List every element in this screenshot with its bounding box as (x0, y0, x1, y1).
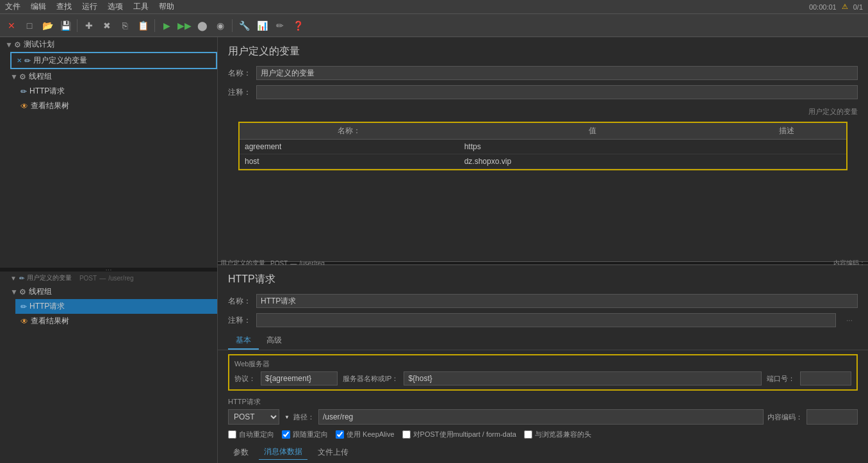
params-tab-body[interactable]: 消息体数据 (259, 444, 307, 460)
tree-item-thread-group[interactable]: ▼ ⚙ 线程组 (5, 69, 217, 84)
checkbox-redirect-label: 自动重定向 (239, 430, 274, 439)
checkbox-keepalive[interactable]: 使用 KeepAlive (336, 430, 395, 439)
toolbar-btn-close[interactable]: ✕ (4, 18, 19, 33)
more-options-icon[interactable]: ··· (841, 316, 858, 325)
lower-comment-row: 注释： ··· (218, 311, 868, 330)
checkbox-multipart-input[interactable] (402, 430, 411, 439)
checkbox-follow-input[interactable] (282, 430, 290, 439)
checkbox-keepalive-label: 使用 KeepAlive (347, 430, 395, 439)
toolbar: ✕ □ 📂 💾 ✚ ✖ ⎘ 📋 ▶ ▶▶ ⬤ ◉ 🔧 📊 ✏ ❓ (0, 14, 868, 37)
method-badge: POST (79, 275, 97, 282)
table-row[interactable]: host dz.shopxo.vip (240, 154, 846, 169)
method-select[interactable]: POST GET PUT DELETE (228, 409, 279, 425)
checkbox-browser-input[interactable] (524, 430, 532, 439)
var-name-cell: host (240, 154, 459, 169)
toolbar-btn-paste[interactable]: 📋 (135, 18, 151, 33)
test-plan-label: 测试计划 (24, 39, 54, 50)
var-desc-cell (726, 140, 846, 154)
encoding-input[interactable] (807, 409, 858, 425)
checkbox-redirect[interactable]: 自动重定向 (228, 430, 274, 439)
checkbox-follow-redirect[interactable]: 跟随重定向 (282, 430, 328, 439)
params-tab-bar: 参数 消息体数据 文件上传 (218, 442, 868, 460)
tree-item-user-vars[interactable]: ✕ ✏ 用户定义的变量 (10, 52, 217, 69)
toolbar-separator-2 (154, 19, 155, 32)
tree-test-plan[interactable]: ▼ ⚙ 测试计划 (0, 37, 217, 52)
lower-name-label: 名称： (228, 296, 251, 307)
tree-item-result-tree-2[interactable]: 👁 查看结果树 (15, 314, 217, 329)
http-request-section: HTTP请求 POST GET PUT DELETE ▼ 路径： 内容编码： (218, 394, 868, 427)
toolbar-btn-stop[interactable]: ⬤ (195, 18, 210, 33)
timer-display: 00:00:01 (809, 3, 837, 11)
toolbar-btn-shutdown[interactable]: ◉ (213, 18, 228, 33)
toolbar-btn-remove[interactable]: ✖ (99, 18, 115, 33)
toolbar-btn-tool1[interactable]: 🔧 (236, 18, 252, 33)
table-row[interactable]: agreement https (240, 140, 846, 154)
checkbox-browser-compat[interactable]: 与浏览器兼容的头 (524, 430, 591, 439)
upper-name-input[interactable] (256, 66, 858, 80)
encoding-label: 内容编码： (767, 412, 803, 422)
menu-file[interactable]: 文件 (5, 1, 20, 12)
upper-comment-input[interactable] (256, 85, 858, 99)
thread-group-label: 线程组 (29, 71, 52, 82)
upper-comment-row: 注释： (218, 83, 868, 102)
toolbar-btn-copy[interactable]: ⎘ (117, 18, 133, 33)
tree-item-result-tree[interactable]: 👁 查看结果树 (15, 99, 217, 113)
web-service-title: Web服务器 (234, 359, 851, 369)
server-input[interactable] (404, 371, 762, 386)
tab-basic[interactable]: 基本 (228, 332, 259, 350)
toolbar-btn-tool3[interactable]: ✏ (272, 18, 288, 33)
tab-advanced[interactable]: 高级 (259, 332, 290, 350)
lower-comment-input[interactable] (256, 313, 836, 327)
menu-help[interactable]: 帮助 (159, 1, 174, 12)
toolbar-btn-add[interactable]: ✚ (81, 18, 97, 33)
upper-comment-label: 注释： (228, 87, 251, 98)
params-tab-files[interactable]: 文件上传 (313, 445, 354, 460)
params-tab-params[interactable]: 参数 (228, 445, 254, 460)
lower-section-title: HTTP请求 (218, 265, 868, 291)
checkbox-keepalive-input[interactable] (336, 430, 344, 439)
protocol-input[interactable] (261, 371, 338, 386)
method-dropdown-arrow: ▼ (284, 414, 290, 420)
count-display: 0/1 (853, 3, 863, 11)
checkbox-multipart-label: 对POST使用multipart / form-data (413, 430, 516, 439)
top-right-status: 00:00:01 ⚠ 0/1 (809, 3, 863, 11)
tree-item-http-req-2[interactable]: ✏ HTTP请求 (15, 299, 217, 314)
check-icon: ✕ (17, 57, 22, 64)
lower-name-input[interactable] (256, 294, 858, 308)
checkbox-multipart[interactable]: 对POST使用multipart / form-data (402, 430, 516, 439)
main-layout: ▼ ⚙ 测试计划 ✕ ✏ 用户定义的变量 ▼ ⚙ 线程组 ✏ HTTP请求 👁 … (0, 37, 868, 463)
http-req-label-2: HTTP请求 (29, 301, 65, 312)
expand-icon-3: ▼ (10, 288, 17, 296)
menu-run[interactable]: 运行 (82, 1, 97, 12)
pencil-icon-3: ✏ (19, 275, 24, 282)
menu-find[interactable]: 查找 (56, 1, 72, 12)
path-label: 路径： (293, 412, 315, 422)
menu-options[interactable]: 选项 (108, 1, 123, 12)
http-request-row: POST GET PUT DELETE ▼ 路径： 内容编码： (228, 409, 858, 425)
table-col-desc: 描述 (726, 123, 846, 140)
toolbar-btn-tool2[interactable]: 📊 (254, 18, 270, 33)
toolbar-btn-new[interactable]: □ (22, 18, 37, 33)
protocol-label: 协议： (234, 374, 256, 384)
toolbar-btn-save[interactable]: 💾 (58, 18, 73, 33)
tree-item-http-req[interactable]: ✏ HTTP请求 (15, 84, 217, 99)
left-panel: ▼ ⚙ 测试计划 ✕ ✏ 用户定义的变量 ▼ ⚙ 线程组 ✏ HTTP请求 👁 … (0, 37, 218, 463)
eye-icon-1: 👁 (20, 102, 28, 111)
toolbar-btn-start-no-pause[interactable]: ▶▶ (177, 18, 192, 33)
user-vars-label-2: 用户定义的变量 (27, 273, 72, 282)
port-input[interactable] (800, 371, 851, 386)
toolbar-btn-open[interactable]: 📂 (40, 18, 55, 33)
menu-edit[interactable]: 编辑 (31, 1, 46, 12)
expand-icon: ▼ (5, 40, 12, 49)
toolbar-btn-help[interactable]: ❓ (290, 18, 306, 33)
toolbar-separator-3 (232, 19, 233, 32)
left-panel-bottom: ▼ ✏ 用户定义的变量 POST — /user/reg ▼ ⚙ 线程组 ✏ H… (0, 272, 217, 463)
var-desc-cell (726, 154, 846, 169)
tree-item-thread-group-2[interactable]: ▼ ⚙ 线程组 (5, 284, 217, 299)
tree-item-user-vars-2[interactable]: ▼ ✏ 用户定义的变量 POST — /user/reg (5, 272, 217, 284)
menu-tools[interactable]: 工具 (133, 1, 149, 12)
checkbox-browser-label: 与浏览器兼容的头 (535, 430, 591, 439)
toolbar-btn-start[interactable]: ▶ (159, 18, 174, 33)
path-input[interactable] (318, 409, 764, 425)
checkbox-redirect-input[interactable] (228, 430, 236, 439)
